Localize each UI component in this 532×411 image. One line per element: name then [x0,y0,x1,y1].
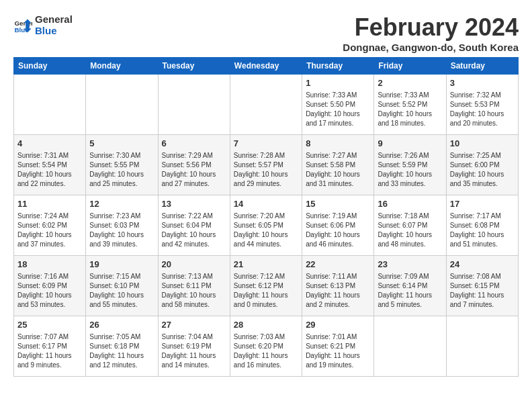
day-number: 6 [162,138,226,150]
calendar-cell: 7Sunrise: 7:28 AM Sunset: 5:57 PM Daylig… [230,135,302,195]
calendar-cell: 26Sunrise: 7:05 AM Sunset: 6:18 PM Dayli… [86,316,158,377]
calendar-cell: 24Sunrise: 7:08 AM Sunset: 6:15 PM Dayli… [446,256,518,316]
calendar-cell: 25Sunrise: 7:07 AM Sunset: 6:17 PM Dayli… [14,316,86,377]
calendar-week-4: 18Sunrise: 7:16 AM Sunset: 6:09 PM Dayli… [14,256,519,316]
day-detail: Sunrise: 7:19 AM Sunset: 6:06 PM Dayligh… [306,212,370,249]
day-detail: Sunrise: 7:18 AM Sunset: 6:07 PM Dayligh… [378,212,442,249]
day-number: 10 [450,138,515,150]
calendar-cell: 18Sunrise: 7:16 AM Sunset: 6:09 PM Dayli… [14,256,86,316]
day-detail: Sunrise: 7:24 AM Sunset: 6:02 PM Dayligh… [17,212,82,249]
calendar-cell: 22Sunrise: 7:11 AM Sunset: 6:13 PM Dayli… [302,256,374,316]
day-number: 25 [17,319,82,331]
calendar-cell: 6Sunrise: 7:29 AM Sunset: 5:56 PM Daylig… [158,135,230,195]
day-number: 16 [378,198,442,210]
calendar-cell [14,75,86,135]
day-header-wednesday: Wednesday [230,58,302,75]
day-number: 8 [306,138,370,150]
calendar-cell: 12Sunrise: 7:23 AM Sunset: 6:03 PM Dayli… [86,195,158,256]
calendar-cell: 14Sunrise: 7:20 AM Sunset: 6:05 PM Dayli… [230,195,302,256]
day-detail: Sunrise: 7:17 AM Sunset: 6:08 PM Dayligh… [450,212,515,249]
day-number: 18 [17,259,82,271]
calendar-cell: 29Sunrise: 7:01 AM Sunset: 6:21 PM Dayli… [302,316,374,377]
day-number: 13 [162,198,226,210]
day-detail: Sunrise: 7:33 AM Sunset: 5:50 PM Dayligh… [306,91,370,128]
day-number: 27 [162,319,226,331]
day-number: 20 [162,259,226,271]
day-detail: Sunrise: 7:05 AM Sunset: 6:18 PM Dayligh… [89,332,154,370]
day-detail: Sunrise: 7:25 AM Sunset: 6:00 PM Dayligh… [450,151,515,189]
day-number: 4 [17,138,82,150]
logo-icon: General Blue [13,15,32,34]
logo-blue: Blue [35,25,73,36]
day-header-saturday: Saturday [446,58,518,75]
day-detail: Sunrise: 7:27 AM Sunset: 5:58 PM Dayligh… [306,151,370,189]
calendar-cell: 27Sunrise: 7:04 AM Sunset: 6:19 PM Dayli… [158,316,230,377]
day-detail: Sunrise: 7:09 AM Sunset: 6:14 PM Dayligh… [378,272,442,310]
day-header-thursday: Thursday [302,58,374,75]
day-detail: Sunrise: 7:32 AM Sunset: 5:53 PM Dayligh… [450,91,515,128]
page-header: General Blue General Blue February 2024 … [13,13,519,53]
day-number: 9 [378,138,442,150]
calendar-week-1: 1Sunrise: 7:33 AM Sunset: 5:50 PM Daylig… [14,75,519,135]
calendar-week-3: 11Sunrise: 7:24 AM Sunset: 6:02 PM Dayli… [14,195,519,256]
day-detail: Sunrise: 7:01 AM Sunset: 6:21 PM Dayligh… [306,332,370,370]
calendar-cell: 11Sunrise: 7:24 AM Sunset: 6:02 PM Dayli… [14,195,86,256]
day-detail: Sunrise: 7:26 AM Sunset: 5:59 PM Dayligh… [378,151,442,189]
calendar-cell: 23Sunrise: 7:09 AM Sunset: 6:14 PM Dayli… [374,256,446,316]
calendar-table: SundayMondayTuesdayWednesdayThursdayFrid… [13,57,519,377]
calendar-cell: 20Sunrise: 7:13 AM Sunset: 6:11 PM Dayli… [158,256,230,316]
day-header-sunday: Sunday [14,58,86,75]
calendar-cell: 3Sunrise: 7:32 AM Sunset: 5:53 PM Daylig… [446,75,518,135]
day-number: 17 [450,198,515,210]
day-number: 28 [234,319,298,331]
day-detail: Sunrise: 7:29 AM Sunset: 5:56 PM Dayligh… [162,151,226,189]
calendar-cell: 1Sunrise: 7:33 AM Sunset: 5:50 PM Daylig… [302,75,374,135]
day-header-friday: Friday [374,58,446,75]
day-number: 21 [234,259,298,271]
calendar-cell [158,75,230,135]
day-number: 7 [234,138,298,150]
day-detail: Sunrise: 7:23 AM Sunset: 6:03 PM Dayligh… [89,212,154,249]
calendar-week-5: 25Sunrise: 7:07 AM Sunset: 6:17 PM Dayli… [14,316,519,377]
day-number: 15 [306,198,370,210]
calendar-cell: 28Sunrise: 7:03 AM Sunset: 6:20 PM Dayli… [230,316,302,377]
calendar-cell: 17Sunrise: 7:17 AM Sunset: 6:08 PM Dayli… [446,195,518,256]
day-number: 1 [306,77,370,89]
day-detail: Sunrise: 7:11 AM Sunset: 6:13 PM Dayligh… [306,272,370,310]
month-year-title: February 2024 [343,13,519,42]
title-block: February 2024 Dongnae, Gangwon-do, South… [343,13,519,53]
logo: General Blue General Blue [13,13,73,36]
day-number: 19 [89,259,154,271]
day-detail: Sunrise: 7:30 AM Sunset: 5:55 PM Dayligh… [89,151,154,189]
calendar-cell: 5Sunrise: 7:30 AM Sunset: 5:55 PM Daylig… [86,135,158,195]
day-detail: Sunrise: 7:12 AM Sunset: 6:12 PM Dayligh… [234,272,298,310]
calendar-cell [230,75,302,135]
calendar-cell: 13Sunrise: 7:22 AM Sunset: 6:04 PM Dayli… [158,195,230,256]
calendar-cell: 15Sunrise: 7:19 AM Sunset: 6:06 PM Dayli… [302,195,374,256]
day-number: 23 [378,259,442,271]
day-detail: Sunrise: 7:03 AM Sunset: 6:20 PM Dayligh… [234,332,298,370]
day-number: 2 [378,77,442,89]
day-detail: Sunrise: 7:28 AM Sunset: 5:57 PM Dayligh… [234,151,298,189]
location-subtitle: Dongnae, Gangwon-do, South Korea [343,42,519,53]
day-number: 5 [89,138,154,150]
day-number: 29 [306,319,370,331]
day-number: 14 [234,198,298,210]
day-detail: Sunrise: 7:08 AM Sunset: 6:15 PM Dayligh… [450,272,515,310]
calendar-cell: 10Sunrise: 7:25 AM Sunset: 6:00 PM Dayli… [446,135,518,195]
day-detail: Sunrise: 7:15 AM Sunset: 6:10 PM Dayligh… [89,272,154,310]
day-number: 3 [450,77,515,89]
day-number: 26 [89,319,154,331]
day-detail: Sunrise: 7:31 AM Sunset: 5:54 PM Dayligh… [17,151,82,189]
calendar-header-row: SundayMondayTuesdayWednesdayThursdayFrid… [14,58,519,75]
calendar-cell: 19Sunrise: 7:15 AM Sunset: 6:10 PM Dayli… [86,256,158,316]
logo-general: General [35,13,73,25]
calendar-cell [86,75,158,135]
day-header-monday: Monday [86,58,158,75]
day-detail: Sunrise: 7:33 AM Sunset: 5:52 PM Dayligh… [378,91,442,128]
calendar-cell: 8Sunrise: 7:27 AM Sunset: 5:58 PM Daylig… [302,135,374,195]
day-detail: Sunrise: 7:13 AM Sunset: 6:11 PM Dayligh… [162,272,226,310]
day-number: 12 [89,198,154,210]
day-detail: Sunrise: 7:20 AM Sunset: 6:05 PM Dayligh… [234,212,298,249]
day-detail: Sunrise: 7:22 AM Sunset: 6:04 PM Dayligh… [162,212,226,249]
